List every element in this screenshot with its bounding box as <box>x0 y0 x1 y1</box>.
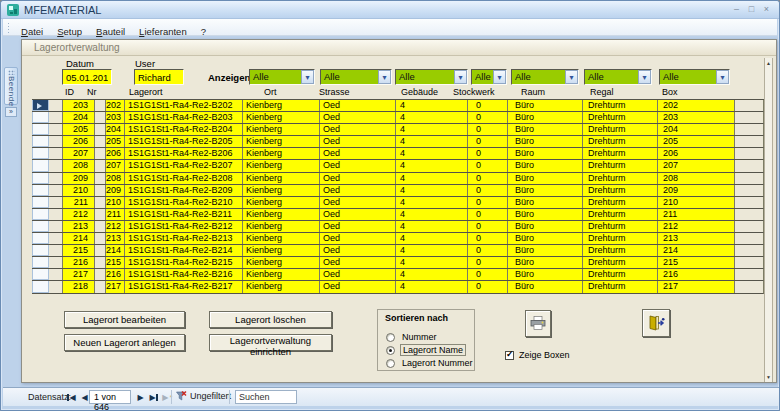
menu-item-datei[interactable]: Datei <box>16 25 48 38</box>
minimize-icon[interactable]: – <box>730 4 743 16</box>
cell-box[interactable]: 211 <box>657 209 735 220</box>
cell-gebäude[interactable]: 4 <box>395 185 467 196</box>
cell-box[interactable]: 206 <box>657 148 735 159</box>
cell-raum[interactable]: Büro <box>507 148 582 159</box>
cell-gebäude[interactable]: 4 <box>395 281 467 292</box>
cell-id[interactable]: 216 <box>62 257 95 268</box>
cell-regal[interactable]: Drehturm <box>582 160 657 171</box>
cell-raum[interactable]: Büro <box>507 197 582 208</box>
record-selector[interactable] <box>32 160 49 171</box>
cell-regal[interactable]: Drehturm <box>582 197 657 208</box>
cell-id[interactable]: 212 <box>62 209 95 220</box>
cell-raum[interactable]: Büro <box>507 269 582 280</box>
cell-id[interactable]: 209 <box>62 173 95 184</box>
cell-stockwerk[interactable]: 0 <box>467 221 507 232</box>
expand-pane-icon[interactable]: » <box>5 107 17 117</box>
filter-combo-4[interactable]: Alle▾ <box>511 69 579 85</box>
cell-strasse[interactable]: Oed <box>319 112 395 123</box>
cell-regal[interactable]: Drehturm <box>582 281 657 292</box>
cell-lagerort[interactable]: 1S1G1St1-Ra4-Re2-B205 <box>124 136 242 147</box>
record-selector[interactable] <box>32 269 49 280</box>
cell-lagerort[interactable]: 1S1G1St1-Ra4-Re2-B208 <box>124 173 242 184</box>
cell-ort[interactable]: Kienberg <box>242 281 319 292</box>
cell-raum[interactable]: Büro <box>507 221 582 232</box>
cell-lagerort[interactable]: 1S1G1St1-Ra4-Re2-B210 <box>124 197 242 208</box>
record-selector[interactable] <box>32 281 49 292</box>
cell-lagerort[interactable]: 1S1G1St1-Ra4-Re2-B212 <box>124 221 242 232</box>
cell-box[interactable]: 204 <box>657 124 735 135</box>
cell-lagerort[interactable]: 1S1G1St1-Ra4-Re2-B203 <box>124 112 242 123</box>
cell-strasse[interactable]: Oed <box>319 160 395 171</box>
cell-raum[interactable]: Büro <box>507 160 582 171</box>
cell-box[interactable]: 214 <box>657 245 735 256</box>
record-selector[interactable] <box>32 112 49 123</box>
cell-box[interactable]: 209 <box>657 185 735 196</box>
cell-ort[interactable]: Kienberg <box>242 221 319 232</box>
cell-ort[interactable]: Kienberg <box>242 209 319 220</box>
cell-box[interactable]: 208 <box>657 173 735 184</box>
cell-regal[interactable]: Drehturm <box>582 245 657 256</box>
edit-lagerort-button[interactable]: Lagerort bearbeiten <box>64 311 185 328</box>
cell-id[interactable]: 210 <box>62 185 95 196</box>
cell-ort[interactable]: Kienberg <box>242 185 319 196</box>
cell-stockwerk[interactable]: 0 <box>467 173 507 184</box>
cell-lagerort[interactable]: 1S1G1St1-Ra4-Re2-B215 <box>124 257 242 268</box>
record-selector[interactable] <box>32 148 49 159</box>
cell-stockwerk[interactable]: 0 <box>467 160 507 171</box>
cell-stockwerk[interactable]: 0 <box>467 257 507 268</box>
record-selector[interactable] <box>32 233 49 244</box>
chevron-down-icon[interactable]: ▾ <box>716 70 729 84</box>
cell-nr[interactable]: 210 <box>105 197 124 208</box>
cell-lagerort[interactable]: 1S1G1St1-Ra4-Re2-B202 <box>124 100 242 111</box>
close-icon[interactable]: × <box>760 4 773 16</box>
cell-id[interactable]: 203 <box>62 100 95 111</box>
cell-regal[interactable]: Drehturm <box>582 173 657 184</box>
new-lagerort-button[interactable]: Neuen Lagerort anlegen <box>64 334 185 351</box>
cell-stockwerk[interactable]: 0 <box>467 269 507 280</box>
cell-id[interactable]: 211 <box>62 197 95 208</box>
cell-stockwerk[interactable]: 0 <box>467 245 507 256</box>
maximize-icon[interactable]: □ <box>745 4 758 16</box>
cell-ort[interactable]: Kienberg <box>242 245 319 256</box>
cell-nr[interactable]: 203 <box>105 112 124 123</box>
cell-nr[interactable]: 215 <box>105 257 124 268</box>
setup-lagerortverwaltung-button[interactable]: Lagerortverwaltung einrichten <box>209 334 332 351</box>
cell-id[interactable]: 205 <box>62 124 95 135</box>
chevron-down-icon[interactable]: ▾ <box>378 70 391 84</box>
cell-raum[interactable]: Büro <box>507 173 582 184</box>
radio-icon[interactable] <box>386 346 395 355</box>
cell-raum[interactable]: Büro <box>507 100 582 111</box>
cell-ort[interactable]: Kienberg <box>242 233 319 244</box>
menu-item-setup[interactable]: Setup <box>52 25 87 38</box>
cell-regal[interactable]: Drehturm <box>582 185 657 196</box>
cell-stockwerk[interactable]: 0 <box>467 112 507 123</box>
cell-regal[interactable]: Drehturm <box>582 136 657 147</box>
cell-box[interactable]: 207 <box>657 160 735 171</box>
user-field[interactable] <box>134 69 184 85</box>
cell-ort[interactable]: Kienberg <box>242 257 319 268</box>
cell-ort[interactable]: Kienberg <box>242 269 319 280</box>
cell-stockwerk[interactable]: 0 <box>467 148 507 159</box>
cell-stockwerk[interactable]: 0 <box>467 100 507 111</box>
cell-box[interactable]: 213 <box>657 233 735 244</box>
cell-gebäude[interactable]: 4 <box>395 160 467 171</box>
cell-gebäude[interactable]: 4 <box>395 136 467 147</box>
vertical-scrollbar[interactable]: ▲ ▼ <box>764 58 773 382</box>
cell-gebäude[interactable]: 4 <box>395 209 467 220</box>
cell-lagerort[interactable]: 1S1G1St1-Ra4-Re2-B214 <box>124 245 242 256</box>
cell-ort[interactable]: Kienberg <box>242 112 319 123</box>
last-record-button[interactable]: ▶ <box>147 390 160 404</box>
scroll-down-icon[interactable]: ▼ <box>765 374 772 380</box>
cell-nr[interactable]: 211 <box>105 209 124 220</box>
cell-strasse[interactable]: Oed <box>319 148 395 159</box>
cell-gebäude[interactable]: 4 <box>395 269 467 280</box>
cell-nr[interactable]: 216 <box>105 269 124 280</box>
cell-regal[interactable]: Drehturm <box>582 221 657 232</box>
cell-strasse[interactable]: Oed <box>319 185 395 196</box>
cell-lagerort[interactable]: 1S1G1St1-Ra4-Re2-B211 <box>124 209 242 220</box>
chevron-down-icon[interactable]: ▾ <box>565 70 578 84</box>
zeige-boxen-checkbox[interactable]: ✓ <box>505 351 514 360</box>
cell-strasse[interactable]: Oed <box>319 281 395 292</box>
cell-stockwerk[interactable]: 0 <box>467 185 507 196</box>
cell-gebäude[interactable]: 4 <box>395 257 467 268</box>
